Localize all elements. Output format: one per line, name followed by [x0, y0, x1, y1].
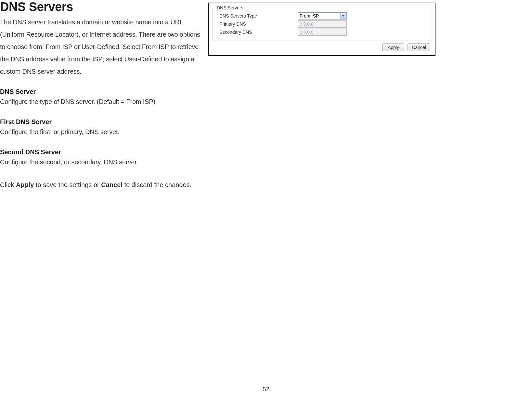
cancel-button[interactable]: Cancel [408, 44, 430, 51]
dns-settings-panel: DNS Servers DNS Servers Type From ISP Pr… [208, 3, 435, 56]
section-heading-second-dns: Second DNS Server [0, 148, 201, 156]
dns-servers-fieldset: DNS Servers DNS Servers Type From ISP Pr… [213, 8, 431, 41]
label-secondary-dns: Secondary DNS [217, 30, 298, 35]
row-dns-type: DNS Servers Type From ISP [217, 12, 427, 19]
label-primary-dns: Primary DNS [217, 21, 298, 27]
footer-apply-word: Apply [16, 181, 34, 188]
apply-button[interactable]: Apply [382, 44, 404, 51]
section-heading-first-dns: First DNS Server [0, 118, 201, 126]
footer-post: to discard the changes. [123, 181, 191, 188]
dns-servers-type-select[interactable]: From ISP [298, 12, 347, 19]
primary-dns-input[interactable]: 0.0.0.0 [298, 20, 347, 28]
button-row: Apply Cancel [213, 44, 431, 51]
page-number: 52 [263, 386, 269, 393]
fieldset-legend: DNS Servers [215, 5, 245, 10]
label-dns-servers-type: DNS Servers Type [217, 13, 298, 19]
footer-pre: Click [0, 181, 16, 188]
secondary-dns-value: 0.0.0.0 [300, 30, 314, 35]
section-body-second-dns: Configure the second, or secondary, DNS … [0, 156, 201, 168]
footer-cancel-word: Cancel [101, 181, 123, 188]
dns-servers-type-value: From ISP [298, 13, 340, 19]
row-secondary-dns: Secondary DNS 0.0.0.0 [217, 29, 427, 36]
chevron-down-icon [340, 13, 346, 19]
page-title: DNS Servers [0, 0, 201, 14]
primary-dns-value: 0.0.0.0 [300, 21, 314, 27]
section-body-first-dns: Configure the first, or primary, DNS ser… [0, 126, 201, 138]
secondary-dns-input[interactable]: 0.0.0.0 [298, 29, 347, 36]
intro-paragraph: The DNS server translates a domain or we… [0, 16, 201, 78]
section-heading-dns-server: DNS Server [0, 88, 201, 95]
row-primary-dns: Primary DNS 0.0.0.0 [217, 20, 427, 28]
section-body-dns-server: Configure the type of DNS server. (Defau… [0, 95, 201, 108]
footer-mid: to save the settings or [34, 181, 101, 188]
footer-instruction: Click Apply to save the settings or Canc… [0, 179, 201, 191]
